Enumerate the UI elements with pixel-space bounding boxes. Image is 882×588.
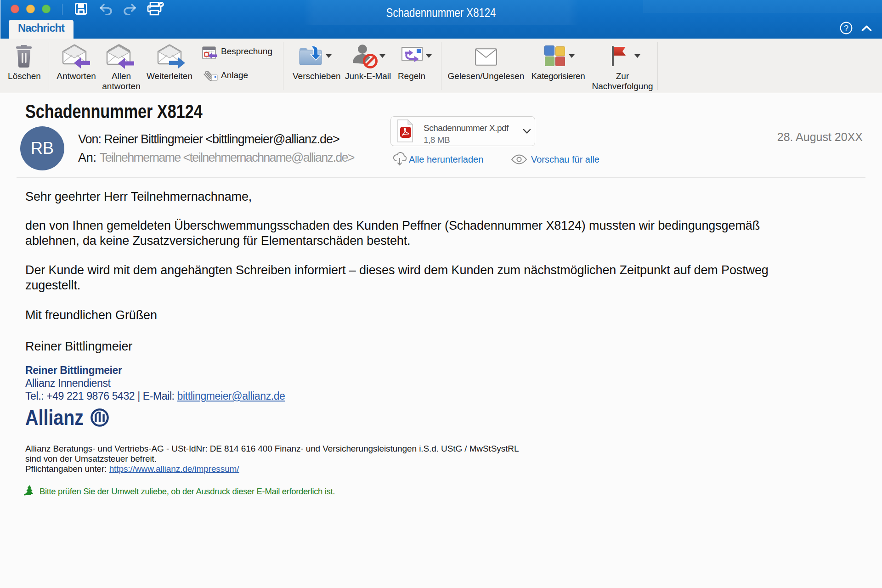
svg-text:?: ? (844, 24, 848, 33)
